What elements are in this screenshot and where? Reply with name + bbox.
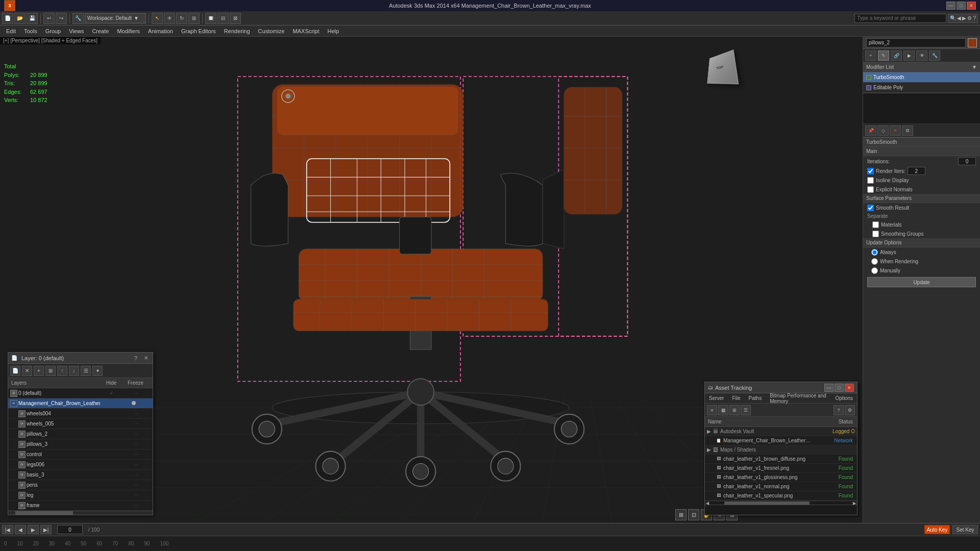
app-icon[interactable]: 3 — [4, 0, 15, 11]
layer-item-pillows2[interactable]: ⟳ pillows_2 ··· — [8, 429, 153, 439]
iterations-input[interactable] — [958, 157, 976, 165]
manually-row[interactable]: Manually — [863, 266, 980, 275]
layer-item-pillows3[interactable]: ⟳ pillows_3 ··· — [8, 439, 153, 449]
menu-modifiers[interactable]: Modifiers — [113, 26, 144, 37]
layers-question-button[interactable]: ? — [134, 355, 137, 361]
render-setup-button[interactable]: 🔧 — [72, 13, 84, 24]
asset-maximize-button[interactable]: □ — [835, 384, 844, 392]
modify-panel-icon[interactable]: ✎ — [878, 51, 889, 61]
always-row[interactable]: Always — [863, 247, 980, 257]
layer-item-0-default[interactable]: ≡ 0 (default) ✓ ··· — [8, 388, 153, 398]
modifier-dropdown-arrow[interactable]: ▼ — [972, 64, 977, 70]
navigation-cube[interactable]: TOP — [704, 52, 740, 88]
create-panel-icon[interactable]: + — [865, 51, 876, 61]
asset-menu-server[interactable]: Server — [705, 393, 728, 404]
snap-button[interactable]: 🔲 — [205, 13, 216, 24]
materials-checkbox[interactable] — [872, 221, 879, 228]
asset-group-vault[interactable]: ▶ 🏛 Autodesk Vault Logged O — [705, 427, 857, 436]
layer-item-wheels004[interactable]: ⟳ wheels004 ··· — [8, 409, 153, 419]
layers-scrollbar[interactable] — [8, 511, 153, 515]
asset-list-view-button[interactable]: ≡ — [707, 405, 717, 415]
smoothing-groups-row[interactable]: Smoothing Groups — [863, 229, 980, 238]
minimize-button[interactable]: — — [946, 2, 955, 10]
search-config-icon[interactable]: ⚙ — [967, 15, 972, 21]
search-help-icon[interactable]: ? — [973, 15, 976, 21]
redo-button[interactable]: ↪ — [56, 13, 67, 24]
asset-tree-view-button[interactable]: ☰ — [741, 405, 751, 415]
menu-help[interactable]: Help — [324, 26, 344, 37]
update-button[interactable]: Update — [867, 277, 976, 287]
open-file-button[interactable]: 📂 — [14, 13, 26, 24]
scale-button[interactable]: ⊞ — [188, 13, 200, 24]
set-key-button[interactable]: Set Key — [952, 525, 978, 534]
layers-close-button[interactable]: ✕ — [142, 355, 150, 362]
asset-row-fresnel[interactable]: 🖼 chair_leather_v1_fresnel.png Found — [705, 464, 857, 473]
surface-params-header[interactable]: Surface Parameters — [863, 194, 980, 203]
menu-animation[interactable]: Animation — [144, 26, 177, 37]
asset-menu-options[interactable]: Options — [831, 393, 857, 404]
asset-menu-paths[interactable]: Paths — [745, 393, 766, 404]
save-file-button[interactable]: 💾 — [27, 13, 38, 24]
explicit-normals-checkbox[interactable] — [867, 186, 874, 193]
explicit-normals-row[interactable]: Explicit Normals — [863, 185, 980, 194]
menu-tools[interactable]: Tools — [20, 26, 41, 37]
layer-item-legs006[interactable]: ⟳ legs006 ··· — [8, 460, 153, 470]
asset-row-diffuse[interactable]: 🖼 chair_leather_v1_brown_diffuse.png Fou… — [705, 455, 857, 464]
isoline-row[interactable]: Isoline Display — [863, 176, 980, 185]
layer-item-control[interactable]: ⟳ control ··· — [8, 449, 153, 460]
isoline-checkbox[interactable] — [867, 177, 874, 184]
turbosmooth-header[interactable]: TurboSmooth — [863, 138, 980, 147]
modifier-turbosmooth[interactable]: TurboSmooth — [863, 72, 980, 83]
zoom-extents-button[interactable]: ⊞ — [675, 509, 687, 520]
asset-row-specular[interactable]: 🖼 chair_leather_v1_specular.png Found — [705, 491, 857, 500]
main-subsection-header[interactable]: Main — [863, 147, 980, 156]
search-input[interactable] — [854, 14, 946, 23]
update-options-header[interactable]: Update Options — [863, 238, 980, 247]
menu-maxscript[interactable]: MAXScript — [289, 26, 324, 37]
menu-views[interactable]: Views — [65, 26, 88, 37]
layers-merge-button[interactable]: ⊞ — [45, 366, 56, 376]
menu-create[interactable]: Create — [88, 26, 113, 37]
timeline-next-button[interactable]: ▶| — [40, 525, 52, 534]
asset-row-normal[interactable]: 🖼 chair_leather_v1_normal.png Found — [705, 482, 857, 491]
layers-filter-button[interactable]: ▾ — [92, 366, 103, 376]
asset-close-button[interactable]: ✕ — [845, 384, 854, 392]
layers-settings-button[interactable]: ☰ — [81, 366, 91, 376]
asset-scroll-track[interactable] — [710, 502, 852, 505]
layers-delete-button[interactable]: ✕ — [22, 366, 32, 376]
close-button[interactable]: ✕ — [967, 2, 976, 10]
search-prev-icon[interactable]: ◀ — [957, 15, 961, 21]
layers-new-button[interactable]: 📄 — [10, 366, 20, 376]
utilities-panel-icon[interactable]: 🔧 — [929, 51, 940, 61]
asset-row-glossiness[interactable]: 🖼 chair_leather_v1_glossiness.png Found — [705, 473, 857, 482]
asset-detail-view-button[interactable]: ▦ — [718, 405, 728, 415]
undo-button[interactable]: ↩ — [43, 13, 55, 24]
layer-item-pens[interactable]: ⟳ pens ··· — [8, 480, 153, 490]
asset-menu-file[interactable]: File — [728, 393, 744, 404]
layer-item-wheels005[interactable]: ⟳ wheels_005 ··· — [8, 419, 153, 429]
render-iters-input[interactable] — [908, 167, 925, 175]
make-unique-button[interactable]: ◇ — [877, 126, 889, 136]
asset-help-button[interactable]: ? — [834, 405, 844, 415]
menu-group[interactable]: Group — [41, 26, 65, 37]
asset-menu-bitmap[interactable]: Bitmap Performance and Memory — [766, 393, 831, 404]
move-button[interactable]: ✛ — [164, 13, 175, 24]
layers-add-button[interactable]: + — [34, 366, 44, 376]
select-button[interactable]: ↖ — [152, 13, 163, 24]
menu-edit[interactable]: Edit — [2, 26, 20, 37]
layer-item-main[interactable]: ≡ Management_Chair_Brown_Leather ··· — [8, 398, 153, 409]
modifier-editable-poly[interactable]: Editable Poly — [863, 83, 980, 93]
search-next-icon[interactable]: ▶ — [962, 15, 966, 21]
smooth-result-row[interactable]: Smooth Result — [863, 203, 980, 212]
menu-customize[interactable]: Customize — [254, 26, 289, 37]
configure-modifier-button[interactable]: ⚙ — [902, 126, 913, 136]
timeline-play-button[interactable]: ▶ — [28, 525, 39, 534]
smooth-result-checkbox[interactable] — [867, 205, 874, 211]
search-icon[interactable]: 🔍 — [950, 15, 956, 21]
menu-rendering[interactable]: Rendering — [220, 26, 254, 37]
asset-path-input[interactable] — [705, 505, 857, 515]
rotate-button[interactable]: ↻ — [176, 13, 187, 24]
asset-minimize-button[interactable]: — — [824, 384, 834, 392]
when-rendering-radio[interactable] — [871, 258, 878, 265]
layer-item-basis3[interactable]: ⟳ basis_3 ··· — [8, 470, 153, 480]
